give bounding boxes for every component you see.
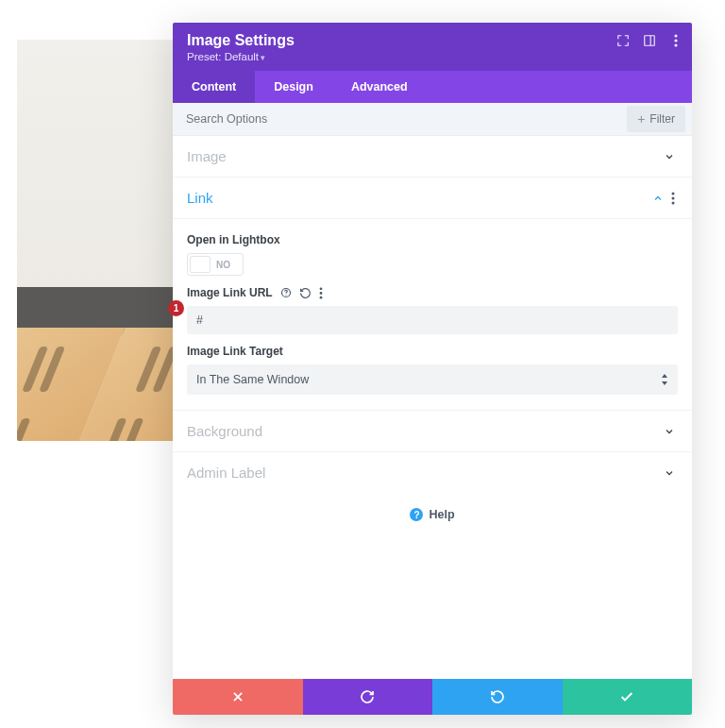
filter-button[interactable]: + Filter [627,106,685,132]
chevron-down-icon [664,467,675,479]
image-link-target-select[interactable]: In The Same Window [187,364,678,395]
preset-label: Preset: Default [187,51,259,62]
image-link-target-label: Image Link Target [187,345,678,358]
svg-point-8 [285,295,286,296]
image-link-url-input[interactable] [187,306,678,334]
tab-content[interactable]: Content [173,71,255,103]
help-icon[interactable] [280,287,292,298]
filter-label: Filter [649,112,675,126]
expand-icon[interactable] [616,34,630,47]
panel-footer [173,679,692,715]
section-title-image: Image [187,148,227,164]
panel-body: Image Link Open in Lightbox [173,136,692,679]
settings-panel: Image Settings Preset: Default▾ Content … [173,23,692,715]
toggle-state: NO [216,260,230,270]
section-kebab-icon[interactable] [671,192,675,205]
tab-design[interactable]: Design [255,71,332,103]
field-kebab-icon[interactable] [319,287,323,299]
chevron-down-icon [664,151,675,162]
toggle-knob [190,256,211,273]
panel-header: Image Settings Preset: Default▾ [173,23,692,71]
help-link[interactable]: ? Help [173,493,692,536]
image-link-url-label: Image Link URL [187,286,678,299]
section-title-admin-label: Admin Label [187,465,265,481]
svg-point-3 [674,43,677,46]
preset-dropdown[interactable]: Preset: Default▾ [187,51,681,62]
svg-point-4 [672,192,675,195]
section-title-background: Background [187,423,262,439]
layout-icon[interactable] [643,34,656,47]
section-header-image[interactable]: Image [173,136,692,178]
image-link-url-label-text: Image Link URL [187,286,273,299]
svg-point-1 [674,34,677,37]
section-header-admin-label[interactable]: Admin Label [173,452,692,493]
open-in-lightbox-label: Open in Lightbox [187,233,678,246]
section-title-link: Link [187,190,213,206]
search-input[interactable] [173,103,627,135]
open-in-lightbox-toggle[interactable]: NO [187,253,244,276]
svg-point-10 [319,292,322,295]
tabs-bar: Content Design Advanced [173,71,692,103]
chevron-up-icon [652,193,664,204]
section-header-background[interactable]: Background [173,411,692,452]
tab-advanced[interactable]: Advanced [332,71,427,103]
help-circle-icon: ? [410,508,423,521]
svg-point-6 [672,201,675,204]
plus-icon: + [637,112,645,126]
svg-rect-0 [645,36,655,46]
panel-title: Image Settings [187,32,681,49]
chevron-down-icon [664,426,675,437]
svg-point-9 [319,287,322,290]
redo-button[interactable] [432,679,563,715]
help-label: Help [429,508,454,521]
svg-point-5 [672,196,675,199]
undo-button[interactable] [303,679,433,715]
section-body-link: Open in Lightbox NO Image Link URL Image… [173,219,692,411]
save-button[interactable] [563,679,693,715]
annotation-badge-1: 1 [168,300,184,316]
cancel-button[interactable] [173,679,303,715]
svg-point-11 [319,296,322,298]
svg-point-2 [674,39,677,42]
caret-down-icon: ▾ [261,53,265,62]
section-header-link[interactable]: Link [173,178,692,219]
kebab-icon[interactable] [669,34,683,47]
search-row: + Filter [173,103,692,136]
reset-icon[interactable] [299,287,312,299]
